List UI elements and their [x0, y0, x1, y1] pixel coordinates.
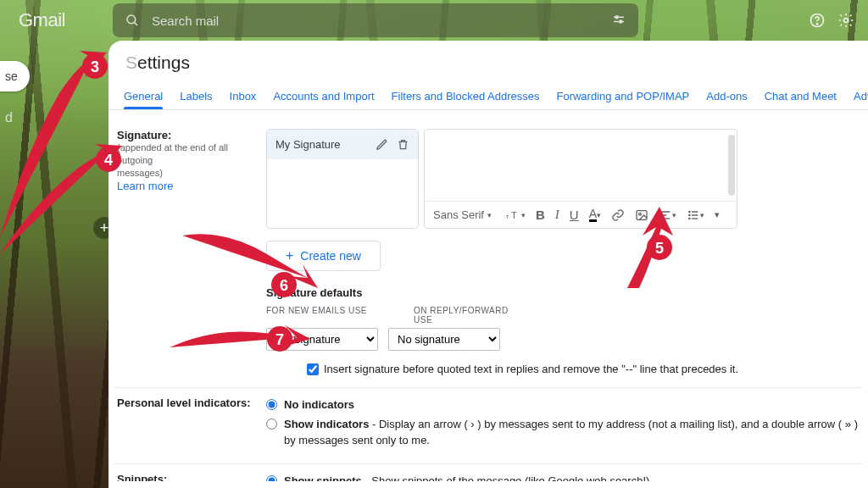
tab-accounts[interactable]: Accounts and Import	[264, 83, 382, 109]
signature-editor[interactable]: Sans Serif▾ тT▾ B I U A▾ ▾ ▾ ▾	[424, 129, 737, 229]
tab-chat[interactable]: Chat and Meet	[756, 83, 845, 109]
label-new-emails: FOR NEW EMAILS USE	[266, 306, 378, 324]
compose-button[interactable]: se	[0, 61, 30, 92]
more-icon[interactable]: ▾	[713, 208, 721, 222]
svg-point-19	[689, 211, 690, 212]
svg-text:т: т	[506, 212, 509, 219]
italic-icon[interactable]: I	[554, 206, 561, 224]
list-icon[interactable]: ▾	[685, 207, 706, 224]
svg-point-12	[639, 213, 642, 215]
learn-more-link[interactable]: Learn more	[117, 180, 173, 192]
settings-panel: Settings General Labels Inbox Accounts a…	[108, 41, 868, 488]
settings-tabs: General Labels Inbox Accounts and Import…	[108, 78, 868, 110]
tab-labels[interactable]: Labels	[171, 83, 220, 109]
scrollbar[interactable]	[728, 135, 735, 196]
search-bar[interactable]	[113, 3, 638, 37]
font-selector[interactable]: Sans Serif▾	[431, 207, 498, 223]
label-reply: ON REPLY/FORWARD USE	[414, 306, 526, 324]
tab-general[interactable]: General	[115, 83, 171, 109]
tab-inbox[interactable]: Inbox	[221, 83, 265, 109]
radio-show-indicators[interactable]	[266, 419, 277, 430]
signature-sub1: (appended at the end of all outgoing	[117, 141, 266, 167]
tab-advanced[interactable]: Advanced	[845, 83, 868, 109]
insert-signature-checkbox[interactable]	[307, 363, 319, 375]
tune-icon[interactable]	[611, 13, 626, 28]
svg-point-5	[620, 20, 622, 23]
trash-icon[interactable]	[397, 138, 409, 151]
plus-icon: +	[286, 248, 293, 263]
svg-rect-11	[637, 210, 647, 219]
create-new-button[interactable]: + Create new	[266, 241, 381, 271]
signature-list: My Signature	[266, 129, 419, 229]
svg-point-20	[689, 214, 690, 215]
sidebar-item[interactable]: d	[5, 110, 13, 125]
image-icon[interactable]	[633, 207, 650, 224]
svg-point-4	[615, 16, 618, 19]
select-new-email-signature[interactable]: My Signature	[266, 328, 378, 351]
svg-point-7	[816, 24, 817, 25]
search-icon	[125, 13, 140, 28]
personal-indicators-label: Personal level indicators:	[117, 396, 251, 409]
align-icon[interactable]: ▾	[657, 207, 678, 224]
text-color-icon[interactable]: A▾	[587, 206, 603, 224]
underline-icon[interactable]: U	[568, 206, 581, 224]
rte-toolbar: Sans Serif▾ тT▾ B I U A▾ ▾ ▾ ▾	[425, 201, 737, 228]
bold-icon[interactable]: B	[534, 206, 547, 224]
svg-line-1	[134, 22, 137, 25]
signature-label: Signature:	[117, 129, 171, 141]
svg-text:T: T	[511, 209, 517, 219]
radio-show-snippets[interactable]	[266, 475, 277, 482]
tab-forwarding[interactable]: Forwarding and POP/IMAP	[548, 83, 698, 109]
tab-filters[interactable]: Filters and Blocked Addresses	[383, 83, 548, 109]
radio-no-indicators[interactable]	[266, 399, 277, 410]
search-input[interactable]	[152, 14, 611, 28]
link-icon[interactable]	[609, 207, 626, 224]
snippets-label: Snippets:	[117, 473, 167, 482]
pencil-icon[interactable]	[376, 138, 388, 151]
gmail-logo: Gmail	[19, 9, 65, 31]
signature-list-item[interactable]: My Signature	[267, 130, 418, 159]
svg-point-21	[689, 218, 690, 219]
help-icon[interactable]	[809, 12, 826, 29]
signature-sub2: messages)	[117, 167, 266, 180]
font-size-icon[interactable]: тT▾	[504, 208, 527, 223]
signature-name: My Signature	[275, 138, 367, 151]
svg-point-8	[844, 19, 849, 23]
gear-icon[interactable]	[837, 12, 854, 29]
insert-signature-label: Insert signature before quoted text in r…	[324, 363, 738, 375]
signature-defaults-head: Signature defaults	[266, 286, 863, 299]
select-reply-signature[interactable]: No signature	[388, 328, 500, 351]
svg-point-0	[127, 15, 136, 24]
tab-addons[interactable]: Add-ons	[698, 83, 755, 109]
page-title: Settings	[108, 41, 868, 78]
